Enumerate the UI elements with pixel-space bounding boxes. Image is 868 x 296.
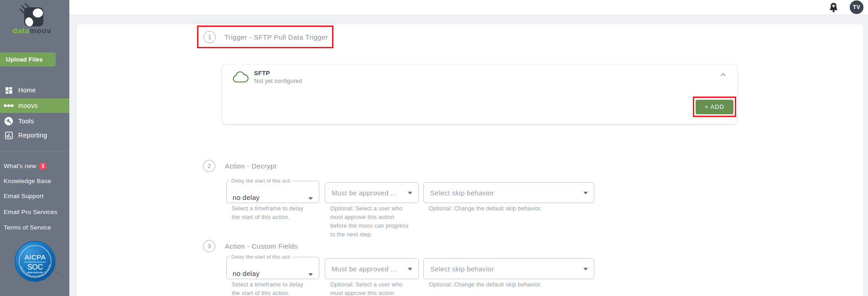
chevron-down-icon: [583, 192, 588, 194]
sidebar-item-moovs[interactable]: moovs: [0, 98, 69, 113]
sidebar-link-whats-new[interactable]: What's new 1: [4, 162, 47, 170]
upload-files-button[interactable]: Upload Files: [0, 52, 56, 66]
link-label: Email Pro Services: [4, 209, 57, 215]
delay-helper-text: Select a timeframe to delay the start of…: [232, 281, 312, 296]
sidebar-item-label: Home: [18, 87, 36, 94]
cloud-icon: [232, 71, 249, 86]
sidebar-link-terms-of-service[interactable]: Terms of Service: [4, 224, 51, 231]
add-sftp-config-button[interactable]: + ADD: [696, 100, 733, 114]
sidebar-link-email-pro-services[interactable]: Email Pro Services: [4, 208, 57, 216]
action-custom-fields-form: Delay the start of this acti no delay Mu…: [226, 257, 746, 296]
chevron-up-icon[interactable]: [719, 70, 728, 79]
step-2-number: 2: [203, 160, 215, 172]
datamoov-logo-icon: [12, 3, 44, 26]
delay-select-value: no delay: [233, 194, 260, 201]
sidebar-item-tools[interactable]: Tools: [0, 114, 69, 128]
delay-select-label: Delay the start of this acti: [231, 254, 290, 260]
logo-wordmark: datamoov: [0, 26, 64, 36]
svg-text:AICPA: AICPA: [25, 253, 46, 261]
sidebar-item-label: Reporting: [18, 132, 47, 139]
whats-new-count-badge: 1: [39, 163, 47, 170]
bar-chart-icon: [4, 131, 14, 140]
step-2-heading: 2 Action - Decrypt: [203, 160, 276, 172]
chevron-down-icon: [308, 197, 313, 200]
chevron-down-icon: [583, 268, 588, 270]
svg-text:SOC: SOC: [27, 263, 43, 271]
chevron-down-icon: [408, 192, 412, 194]
approver-select[interactable]: Must be approved ...: [325, 182, 419, 203]
link-label: Email Support: [4, 193, 43, 199]
sidebar-item-home[interactable]: Home: [0, 83, 69, 97]
trademark-symbol: ™: [57, 271, 59, 274]
action-decrypt-form: Delay the start of this acti no delay Mu…: [226, 181, 746, 245]
skip-behavior-select[interactable]: Select skip behavior: [423, 258, 594, 279]
step-3-heading: 3 Action - Custom Fields: [203, 240, 298, 252]
sftp-card-status: Not yet configured: [254, 78, 302, 84]
sidebar-item-reporting[interactable]: Reporting: [0, 128, 69, 143]
skip-helper-text: Optional: Change the default skip behavi…: [429, 204, 584, 213]
wrench-circle-icon: [4, 117, 14, 126]
step-3-title: Action - Custom Fields: [225, 242, 298, 250]
link-label: Terms of Service: [4, 224, 51, 231]
step-2-title: Action - Decrypt: [225, 162, 276, 170]
delay-select-label: Delay the start of this acti: [231, 178, 290, 184]
skip-helper-text: Optional: Change the default skip behavi…: [429, 281, 584, 289]
skip-select-placeholder: Select skip behavior: [430, 189, 494, 197]
add-button-highlight-box: + ADD: [693, 97, 736, 117]
svg-text:aicpa.org/soc4so: aicpa.org/soc4so: [27, 271, 43, 274]
sidebar-link-email-support[interactable]: Email Support: [4, 192, 43, 200]
topbar: TV: [69, 0, 868, 15]
sidebar-item-label: Tools: [18, 117, 34, 125]
aicpa-soc-badge: AICPA SOC aicpa.org/soc4so SOC for Servi…: [14, 240, 56, 282]
step-1-number: 1: [203, 31, 216, 43]
logo-text-primary: data: [12, 26, 29, 35]
dashboard-grid-icon: [4, 86, 14, 95]
chevron-down-icon: [308, 273, 313, 276]
link-label: Knowledge Base: [4, 178, 51, 184]
approver-helper-text: Optional: Select a user who must approve…: [330, 204, 409, 239]
sftp-trigger-card: SFTP Not yet configured + ADD: [222, 65, 737, 124]
user-avatar[interactable]: TV: [850, 0, 863, 14]
skip-behavior-select[interactable]: Select skip behavior: [423, 182, 594, 203]
step-3-number: 3: [203, 240, 215, 252]
sidebar-item-label: moovs: [18, 102, 38, 109]
chevron-down-icon: [408, 268, 412, 270]
delay-select[interactable]: Delay the start of this acti no delay: [226, 254, 319, 279]
step-1-heading-highlight-box: 1 Trigger - SFTP Pull Data Trigger: [197, 26, 333, 48]
moov-builder-panel: 1 Trigger - SFTP Pull Data Trigger SFTP …: [77, 24, 863, 296]
logo-text-secondary: moov: [30, 26, 52, 35]
delay-select-value: no delay: [233, 270, 260, 277]
sidebar-divider: [0, 151, 69, 152]
link-label: What's new: [4, 163, 36, 169]
delay-select[interactable]: Delay the start of this acti no delay: [226, 178, 319, 203]
notification-bell-add-icon[interactable]: [828, 2, 838, 14]
sidebar: datamoov Upload Files Home moovs Tools R…: [0, 0, 69, 296]
delay-helper-text: Select a timeframe to delay the start of…: [232, 204, 312, 222]
approver-helper-text: Optional: Select a user who must approve…: [330, 281, 409, 296]
approver-select-placeholder: Must be approved ...: [332, 265, 397, 273]
approver-select-placeholder: Must be approved ...: [332, 189, 397, 197]
approver-select[interactable]: Must be approved ...: [325, 258, 419, 279]
sidebar-link-knowledge-base[interactable]: Knowledge Base: [4, 177, 51, 185]
sftp-card-title: SFTP: [254, 70, 270, 77]
step-1-title: Trigger - SFTP Pull Data Trigger: [224, 33, 328, 41]
skip-select-placeholder: Select skip behavior: [430, 265, 494, 273]
moov-dots-icon: [4, 103, 14, 108]
